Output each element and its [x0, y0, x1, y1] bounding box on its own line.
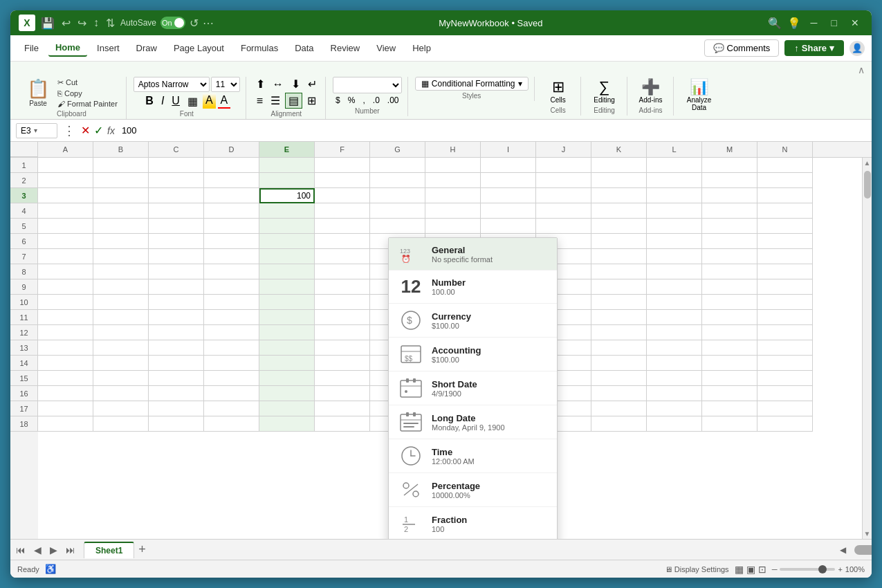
cell-B11[interactable]: [93, 310, 149, 325]
cell-B14[interactable]: [93, 356, 149, 371]
sort-desc-icon[interactable]: ⇅: [106, 17, 115, 30]
cell-B7[interactable]: [93, 249, 149, 264]
align-left-button[interactable]: ≡: [254, 94, 266, 108]
cell-L13[interactable]: [647, 340, 702, 356]
cell-F6[interactable]: [315, 234, 370, 249]
menu-draw[interactable]: Draw: [129, 40, 164, 56]
cell-N14[interactable]: [757, 356, 813, 371]
paste-button[interactable]: 📋 Paste: [23, 77, 53, 109]
cell-F8[interactable]: [315, 264, 370, 279]
scrollbar-h-thumb[interactable]: [854, 545, 872, 555]
cells-button[interactable]: ⊞ Cells: [542, 77, 575, 105]
cell-M2[interactable]: [702, 173, 757, 188]
cell-C2[interactable]: [149, 173, 204, 188]
row-header-8[interactable]: 8: [10, 264, 38, 279]
conditional-formatting-button[interactable]: ▦ Conditional Formatting ▾: [415, 77, 529, 91]
cell-A12[interactable]: [38, 325, 93, 340]
cell-B4[interactable]: [93, 203, 149, 219]
cell-M7[interactable]: [702, 249, 757, 264]
cell-E2[interactable]: [259, 173, 315, 188]
zoom-thumb[interactable]: [818, 565, 827, 573]
dropdown-item-number[interactable]: 12 Number 100.00: [389, 270, 557, 304]
cell-E10[interactable]: [259, 295, 315, 310]
cell-M16[interactable]: [702, 386, 757, 401]
menu-data[interactable]: Data: [288, 40, 320, 56]
cell-F3[interactable]: [315, 188, 370, 203]
tab-last-btn[interactable]: ⏭: [63, 544, 78, 555]
cell-C9[interactable]: [149, 279, 204, 295]
cell-E6[interactable]: [259, 234, 315, 249]
menu-review[interactable]: Review: [324, 40, 367, 56]
zoom-in-btn[interactable]: +: [838, 565, 842, 573]
formula-input[interactable]: [119, 124, 866, 137]
cell-E16[interactable]: [259, 386, 315, 401]
cell-N11[interactable]: [757, 310, 813, 325]
cell-N8[interactable]: [757, 264, 813, 279]
cell-J1[interactable]: [536, 158, 591, 173]
cell-B2[interactable]: [93, 173, 149, 188]
font-size-select[interactable]: 11: [211, 77, 240, 92]
cell-F4[interactable]: [315, 203, 370, 219]
cancel-formula-btn[interactable]: ✕: [81, 124, 90, 137]
addins-button[interactable]: ➕ Add-ins: [634, 77, 668, 105]
row-header-10[interactable]: 10: [10, 295, 38, 310]
col-header-M[interactable]: M: [702, 142, 757, 157]
cell-D4[interactable]: [204, 203, 259, 219]
cell-K4[interactable]: [591, 203, 647, 219]
cell-L18[interactable]: [647, 416, 702, 432]
add-sheet-button[interactable]: +: [134, 542, 150, 557]
cell-F17[interactable]: [315, 401, 370, 416]
row-header-1[interactable]: 1: [10, 158, 38, 173]
cell-M10[interactable]: [702, 295, 757, 310]
cell-B13[interactable]: [93, 340, 149, 356]
comments-button[interactable]: 💬 Comments: [704, 39, 780, 57]
currency-format-btn[interactable]: $: [333, 95, 343, 106]
cell-F11[interactable]: [315, 310, 370, 325]
cell-A9[interactable]: [38, 279, 93, 295]
cell-M4[interactable]: [702, 203, 757, 219]
row-header-18[interactable]: 18: [10, 416, 38, 432]
cell-D3[interactable]: [204, 188, 259, 203]
menu-formulas[interactable]: Formulas: [234, 40, 285, 56]
refresh-icon[interactable]: ↺: [190, 17, 199, 30]
cell-M5[interactable]: [702, 219, 757, 234]
cell-B12[interactable]: [93, 325, 149, 340]
menu-home[interactable]: Home: [48, 39, 87, 57]
dropdown-item-accounting[interactable]: $$ Accounting $100.00: [389, 338, 557, 371]
col-header-L[interactable]: L: [647, 142, 702, 157]
cell-L15[interactable]: [647, 371, 702, 386]
bold-button[interactable]: B: [143, 94, 156, 108]
cell-F12[interactable]: [315, 325, 370, 340]
row-header-13[interactable]: 13: [10, 340, 38, 356]
share-button[interactable]: ↑ Share ▾: [784, 40, 844, 56]
cell-A17[interactable]: [38, 401, 93, 416]
cell-C16[interactable]: [149, 386, 204, 401]
dropdown-item-fraction[interactable]: 1 2 Fraction 100: [389, 507, 557, 539]
copy-button[interactable]: ⎘ Copy: [55, 89, 120, 98]
cell-F18[interactable]: [315, 416, 370, 432]
menu-insert[interactable]: Insert: [90, 40, 127, 56]
cell-L3[interactable]: [647, 188, 702, 203]
col-header-E[interactable]: E: [259, 142, 315, 157]
lightbulb-icon[interactable]: 💡: [787, 17, 801, 30]
row-header-14[interactable]: 14: [10, 356, 38, 371]
cell-F2[interactable]: [315, 173, 370, 188]
cell-H2[interactable]: [425, 173, 481, 188]
cell-C5[interactable]: [149, 219, 204, 234]
cell-N4[interactable]: [757, 203, 813, 219]
col-header-F[interactable]: F: [315, 142, 370, 157]
cell-K15[interactable]: [591, 371, 647, 386]
cell-L16[interactable]: [647, 386, 702, 401]
tab-prev-btn[interactable]: ◀: [31, 544, 44, 555]
sheet-tab-sheet1[interactable]: Sheet1: [84, 542, 134, 558]
cell-A4[interactable]: [38, 203, 93, 219]
cell-K13[interactable]: [591, 340, 647, 356]
cell-E15[interactable]: [259, 371, 315, 386]
page-break-view-icon[interactable]: ⊡: [758, 564, 766, 575]
row-header-12[interactable]: 12: [10, 325, 38, 340]
cell-K17[interactable]: [591, 401, 647, 416]
more-icon[interactable]: ⋯: [203, 17, 214, 30]
cell-K7[interactable]: [591, 249, 647, 264]
ribbon-collapse-btn[interactable]: ∧: [858, 64, 865, 75]
dropdown-item-short-date[interactable]: Short Date 4/9/1900: [389, 371, 557, 405]
